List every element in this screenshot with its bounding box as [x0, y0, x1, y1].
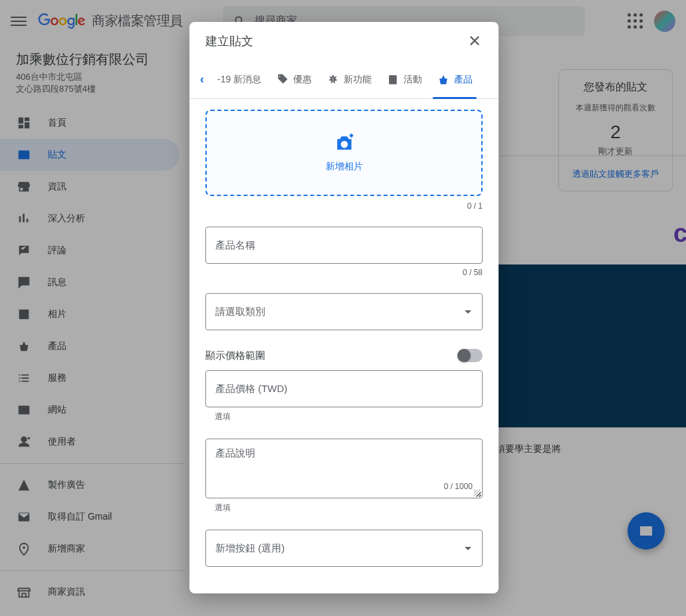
tab-label: 優惠: [293, 74, 312, 86]
category-select[interactable]: 請選取類別: [205, 293, 483, 330]
price-range-toggle[interactable]: [459, 349, 483, 362]
modal-title: 建立貼文: [205, 33, 253, 49]
chevron-left-icon[interactable]: ‹: [197, 70, 207, 89]
camera-add-icon: [334, 133, 355, 154]
basket-icon: [437, 73, 450, 86]
tab-label: 活動: [403, 74, 422, 86]
tab-new[interactable]: ! 新功能: [322, 60, 376, 98]
add-button-select[interactable]: 新增按鈕 (選用): [205, 530, 483, 567]
tab-label: -19 新消息: [217, 74, 261, 86]
tab-label: 產品: [454, 74, 473, 86]
modal-tabs: ‹ -19 新消息 優惠 ! 新功能 活動 產品: [189, 60, 499, 99]
create-post-modal: 建立貼文 ✕ ‹ -19 新消息 優惠 ! 新功能 活動 產品 新增相片 0 /…: [189, 22, 499, 593]
svg-text:!: !: [332, 76, 334, 82]
upload-label: 新增相片: [326, 161, 363, 173]
price-range-label: 顯示價格範圍: [205, 350, 265, 362]
tag-icon: [276, 73, 289, 86]
tab-news[interactable]: -19 新消息: [213, 60, 265, 98]
tab-product[interactable]: 產品: [433, 60, 477, 98]
price-input[interactable]: 產品價格 (TWD): [205, 370, 483, 407]
calendar-icon: [386, 73, 400, 86]
modal-header: 建立貼文 ✕: [189, 22, 499, 60]
tab-label: 新功能: [344, 74, 372, 86]
upload-counter: 0 / 1: [205, 201, 483, 211]
modal-body[interactable]: 新增相片 0 / 1 產品名稱 0 / 58 請選取類別 顯示價格範圍 產品價格…: [189, 99, 499, 593]
product-name-input[interactable]: 產品名稱: [205, 227, 483, 264]
close-icon[interactable]: ✕: [461, 28, 488, 54]
price-helper: 選填: [205, 411, 483, 423]
tab-event[interactable]: 活動: [382, 60, 426, 98]
product-name-counter: 0 / 58: [205, 268, 483, 277]
description-textarea[interactable]: 產品說明 0 / 1000: [205, 439, 483, 498]
description-counter: 0 / 1000: [444, 482, 473, 491]
tab-offer[interactable]: 優惠: [272, 60, 316, 98]
burst-icon: !: [326, 73, 340, 86]
photo-upload-zone[interactable]: 新增相片: [205, 110, 483, 196]
desc-helper: 選填: [205, 502, 483, 514]
